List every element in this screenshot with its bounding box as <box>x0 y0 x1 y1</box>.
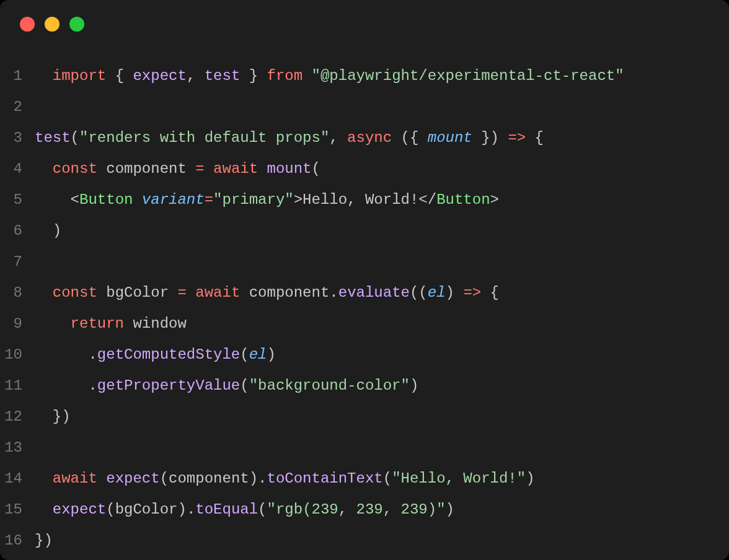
code-line: 3 test("renders with default props", asy… <box>0 123 729 154</box>
code-content: .getComputedStyle(el) <box>35 339 276 370</box>
line-number: 3 <box>0 123 35 154</box>
code-content: import { expect, test } from "@playwrigh… <box>35 61 624 92</box>
code-line: 4 const component = await mount( <box>0 154 729 185</box>
code-content: ) <box>35 216 61 247</box>
line-number: 2 <box>0 92 35 123</box>
titlebar <box>0 0 729 48</box>
code-line: 5 <Button variant="primary">Hello, World… <box>0 185 729 216</box>
code-window: 1 import { expect, test } from "@playwri… <box>0 0 729 560</box>
line-number: 11 <box>0 370 35 401</box>
line-number: 7 <box>0 247 35 278</box>
line-number: 13 <box>0 432 35 463</box>
line-number: 9 <box>0 308 35 339</box>
code-content: }) <box>35 401 71 432</box>
code-line: 12 }) <box>0 401 729 432</box>
code-line: 6 ) <box>0 216 729 247</box>
code-content: return window <box>35 308 187 339</box>
line-number: 14 <box>0 463 35 494</box>
code-line: 10 .getComputedStyle(el) <box>0 339 729 370</box>
close-icon[interactable] <box>20 17 35 32</box>
code-content: <Button variant="primary">Hello, World!<… <box>35 185 499 216</box>
line-number: 10 <box>0 339 35 370</box>
code-content: await expect(component).toContainText("H… <box>35 463 535 494</box>
line-number: 4 <box>0 154 35 185</box>
code-editor[interactable]: 1 import { expect, test } from "@playwri… <box>0 48 729 556</box>
line-number: 12 <box>0 401 35 432</box>
maximize-icon[interactable] <box>69 17 84 32</box>
code-line: 8 const bgColor = await component.evalua… <box>0 278 729 308</box>
line-number: 8 <box>0 278 35 308</box>
code-content: test("renders with default props", async… <box>35 123 544 154</box>
code-line: 16 }) <box>0 525 729 556</box>
line-number: 6 <box>0 216 35 247</box>
code-line: 9 return window <box>0 308 729 339</box>
code-content: const component = await mount( <box>35 154 320 185</box>
line-number: 5 <box>0 185 35 216</box>
code-line: 13 <box>0 432 729 463</box>
line-number: 16 <box>0 525 35 556</box>
code-line: 15 expect(bgColor).toEqual("rgb(239, 239… <box>0 494 729 525</box>
code-line: 11 .getPropertyValue("background-color") <box>0 370 729 401</box>
code-line: 7 <box>0 247 729 278</box>
code-content: .getPropertyValue("background-color") <box>35 370 418 401</box>
line-number: 1 <box>0 61 35 92</box>
code-content: const bgColor = await component.evaluate… <box>35 278 499 308</box>
code-content: expect(bgColor).toEqual("rgb(239, 239, 2… <box>35 494 454 525</box>
code-line: 2 <box>0 92 729 123</box>
code-line: 14 await expect(component).toContainText… <box>0 463 729 494</box>
code-content: }) <box>35 525 53 556</box>
code-line: 1 import { expect, test } from "@playwri… <box>0 61 729 92</box>
minimize-icon[interactable] <box>45 17 60 32</box>
line-number: 15 <box>0 494 35 525</box>
